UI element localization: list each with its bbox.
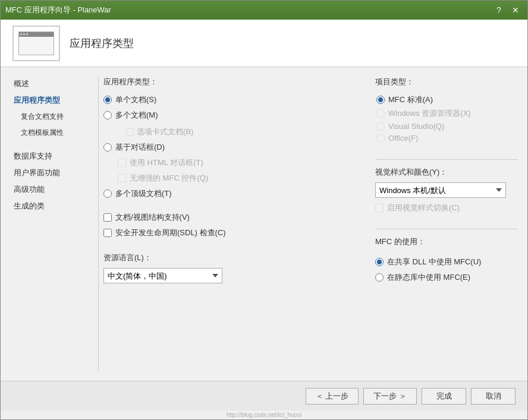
radio-static-lib-input[interactable] [375,273,384,282]
radio-single-doc-input[interactable] [103,96,112,104]
checkbox-html-dialog-label: 使用 HTML 对话框(T) [130,157,203,168]
app-type-label: 应用程序类型： [103,77,363,87]
watermark: http://blog.csdn.net/ict_huosi [1,410,527,419]
cancel-button[interactable]: 取消 [471,388,516,405]
header-title: 应用程序类型 [70,36,134,50]
checkbox-doc-view[interactable]: 文档/视图结构支持(V) [103,212,363,223]
vertical-separator [98,77,99,371]
radio-visual-studio-label: Visual Studio(Q) [388,122,444,131]
left-form: 应用程序类型： 单个文档(S) 多个文档(M) 选项卡式文档(B) [103,77,363,371]
finish-button[interactable]: 完成 [422,388,466,405]
radio-multi-doc-input[interactable] [103,111,112,119]
icon-dot-3 [26,33,28,35]
checkbox-html-dialog: 使用 HTML 对话框(T) [118,157,363,168]
help-button[interactable]: ? [492,4,506,16]
footer: ＜ 上一步 下一步 ＞ 完成 取消 [1,381,527,410]
title-bar: MFC 应用程序向导 - PlaneWar ? ✕ [1,1,527,20]
title-bar-left: MFC 应用程序向导 - PlaneWar [5,5,111,15]
next-button[interactable]: 下一步 ＞ [363,388,417,405]
resource-lang-label: 资源语言(L)： [103,252,363,263]
radio-mfc-standard-label: MFC 标准(A) [388,94,433,105]
checkbox-visual-switch-input [375,204,384,212]
sidebar-item-advanced[interactable]: 高级功能 [10,182,87,197]
resource-lang-wrapper: 资源语言(L)： 中文(简体，中国) 英语(美国) 日语 [103,252,363,283]
spacer-2 [103,243,363,248]
radio-shared-dll-label: 在共享 DLL 中使用 MFC(U) [387,257,481,267]
icon-body [19,37,54,55]
header-icon-inner [18,31,54,55]
radio-multi-doc[interactable]: 多个文档(M) [103,110,363,121]
sidebar-item-app-type[interactable]: 应用程序类型 [10,93,87,108]
sidebar-item-generated-classes[interactable]: 生成的类 [10,199,87,213]
resource-lang-select[interactable]: 中文(简体，中国) 英语(美国) 日语 [103,268,222,283]
checkbox-sdl-input[interactable] [103,229,112,237]
radio-visual-studio-input [376,122,385,131]
window-title: MFC 应用程序向导 - PlaneWar [5,5,111,15]
radio-visual-studio: Visual Studio(Q) [376,122,518,131]
radio-multi-top-input[interactable] [103,190,112,198]
sidebar-item-compound-doc[interactable]: 复合文档支持 [10,110,87,124]
radio-multi-doc-label: 多个文档(M) [115,110,158,121]
radio-single-doc-label: 单个文档(S) [115,94,156,105]
project-type-radio-group: MFC 标准(A) Windows 资源管理器(X) Visual Studio… [375,94,518,143]
checkbox-doc-view-label: 文档/视图结构支持(V) [115,212,190,223]
checkbox-visual-switch: 启用视觉样式切换(C) [375,203,518,213]
right-form: 项目类型： MFC 标准(A) Windows 资源管理器(X) [375,77,518,371]
radio-dialog[interactable]: 基于对话框(D) [103,142,363,153]
visual-style-wrapper: 视觉样式和颜色(Y)： Windows 本机/默认 Office 2007 (B… [375,167,518,198]
sidebar-separator-1 [10,142,87,147]
radio-office-label: Office(F) [388,134,418,143]
project-type-label: 项目类型： [375,77,518,87]
back-button[interactable]: ＜ 上一步 [306,388,359,405]
radio-static-lib-label: 在静态库中使用 MFC(E) [387,272,470,283]
radio-shared-dll[interactable]: 在共享 DLL 中使用 MFC(U) [375,257,518,267]
radio-office-input [376,134,385,143]
visual-style-select[interactable]: Windows 本机/默认 Office 2007 (Blue Theme) V… [375,182,506,198]
radio-shared-dll-input[interactable] [375,258,384,266]
radio-windows-explorer-input [376,109,385,118]
radio-single-doc[interactable]: 单个文档(S) [103,94,363,105]
spacer-4 [375,218,518,222]
checkbox-sdl[interactable]: 安全开发生命周期(SDL) 检查(C) [103,228,363,238]
radio-tabbed-doc: 选项卡式文档(B) [113,127,363,137]
header-icon [12,26,60,61]
radio-mfc-standard-input[interactable] [376,96,385,104]
radio-dialog-input[interactable] [103,143,112,151]
visual-style-label: 视觉样式和颜色(Y)： [375,167,518,178]
sidebar-item-doc-template[interactable]: 文档模板属性 [10,126,87,140]
radio-windows-explorer: Windows 资源管理器(X) [376,108,518,119]
icon-dot-2 [23,33,25,35]
checkbox-no-mfc: 无增强的 MFC 控件(Q) [118,173,363,184]
sidebar-item-overview[interactable]: 概述 [10,77,87,91]
checkbox-no-mfc-label: 无增强的 MFC 控件(Q) [130,173,208,184]
main-window: MFC 应用程序向导 - PlaneWar ? ✕ 应用程序类型 概述 [0,0,528,420]
mfc-use-label: MFC 的使用： [375,236,518,247]
icon-dot-1 [20,33,22,35]
checkbox-html-dialog-input [118,159,126,167]
separator-2 [375,229,518,229]
header-section: 应用程序类型 [1,20,527,67]
checkbox-sdl-label: 安全开发生命周期(SDL) 检查(C) [115,228,226,238]
sidebar: 概述 应用程序类型 复合文档支持 文档模板属性 数据库支持 用户界面功能 高级功… [10,77,93,371]
sidebar-item-ui-features[interactable]: 用户界面功能 [10,166,87,180]
radio-dialog-label: 基于对话框(D) [115,142,165,153]
radio-static-lib[interactable]: 在静态库中使用 MFC(E) [375,272,518,283]
icon-titlebar [19,32,54,37]
checkbox-tabbed-doc-input [126,128,134,136]
main-body: 概述 应用程序类型 复合文档支持 文档模板属性 数据库支持 用户界面功能 高级功… [1,67,527,381]
radio-mfc-standard[interactable]: MFC 标准(A) [376,94,518,105]
sidebar-item-db-support[interactable]: 数据库支持 [10,149,87,163]
radio-multi-top-label: 多个顶级文档(T) [115,188,172,199]
radio-windows-explorer-label: Windows 资源管理器(X) [388,108,471,119]
separator-1 [375,159,518,160]
checkbox-tabbed-doc-label: 选项卡式文档(B) [137,127,193,137]
checkbox-visual-switch-label: 启用视觉样式切换(C) [387,203,460,213]
spacer-1 [103,204,363,207]
close-button[interactable]: ✕ [508,4,523,16]
radio-multi-top[interactable]: 多个顶级文档(T) [103,188,363,199]
title-bar-buttons: ? ✕ [492,4,523,16]
checkbox-doc-view-input[interactable] [103,213,112,222]
checkbox-no-mfc-input [118,174,126,182]
form-area: 应用程序类型： 单个文档(S) 多个文档(M) 选项卡式文档(B) [103,77,518,371]
radio-office: Office(F) [376,134,518,143]
